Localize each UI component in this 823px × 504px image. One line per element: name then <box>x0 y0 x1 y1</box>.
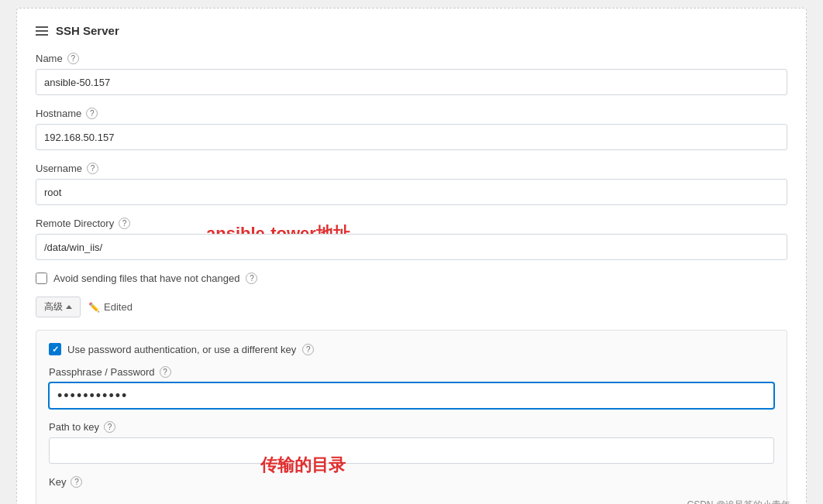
ssh-server-card: SSH Server Name ? Hostname ? ansible-tow… <box>16 8 807 504</box>
use-password-help-icon[interactable]: ? <box>302 344 314 355</box>
edit-icon: ✏️ <box>88 302 100 313</box>
advanced-button[interactable]: 高级 <box>36 297 81 317</box>
passphrase-label: Passphrase / Password ? <box>49 366 774 378</box>
use-password-row: Use password authentication, or use a di… <box>49 343 774 355</box>
card-header: SSH Server <box>36 24 787 37</box>
use-password-checkbox[interactable] <box>49 343 61 355</box>
path-to-key-help-icon[interactable]: ? <box>104 421 115 433</box>
avoid-sending-label: Avoid sending files that have not change… <box>53 273 239 284</box>
hostname-field-group: Hostname ? ansible-tower地址 <box>36 108 787 150</box>
path-to-key-field-group: Path to key ? <box>49 421 774 464</box>
key-help-icon[interactable]: ? <box>71 476 82 488</box>
passphrase-input[interactable] <box>49 382 774 409</box>
name-field-group: Name ? <box>36 53 787 95</box>
card-title: SSH Server <box>56 24 119 37</box>
chevron-up-icon <box>66 305 72 309</box>
watermark: CSDN @追风筝的小青年 <box>687 499 790 504</box>
hostname-input[interactable] <box>36 124 787 150</box>
hostname-label: Hostname ? <box>36 108 787 119</box>
name-label: Name ? <box>36 53 787 64</box>
username-help-icon[interactable]: ? <box>87 163 98 174</box>
name-input[interactable] <box>36 69 787 95</box>
passphrase-field-group: Passphrase / Password ? ansible-tower服务器… <box>49 366 774 409</box>
key-label: Key ? <box>49 476 774 488</box>
name-help-icon[interactable]: ? <box>67 53 79 64</box>
avoid-sending-help-icon[interactable]: ? <box>246 273 257 284</box>
username-label: Username ? <box>36 163 787 174</box>
use-password-label: Use password authentication, or use a di… <box>67 344 296 355</box>
hamburger-icon[interactable] <box>36 26 48 36</box>
path-to-key-input[interactable] <box>49 437 774 464</box>
remote-directory-help-icon[interactable]: ? <box>119 218 130 229</box>
advanced-section: Use password authentication, or use a di… <box>36 330 787 504</box>
edited-badge: ✏️ Edited <box>88 301 133 313</box>
remote-directory-field-group: Remote Directory ? 传输的目录 <box>36 218 787 260</box>
username-input[interactable] <box>36 179 787 205</box>
advanced-row: 高级 ✏️ Edited <box>36 297 787 317</box>
remote-directory-label: Remote Directory ? <box>36 218 787 229</box>
avoid-sending-row: Avoid sending files that have not change… <box>36 273 787 284</box>
username-field-group: Username ? <box>36 163 787 205</box>
avoid-sending-checkbox[interactable] <box>36 273 47 284</box>
path-to-key-label: Path to key ? <box>49 421 774 433</box>
passphrase-help-icon[interactable]: ? <box>160 366 171 378</box>
remote-directory-input[interactable] <box>36 234 787 260</box>
hostname-help-icon[interactable]: ? <box>86 108 98 119</box>
